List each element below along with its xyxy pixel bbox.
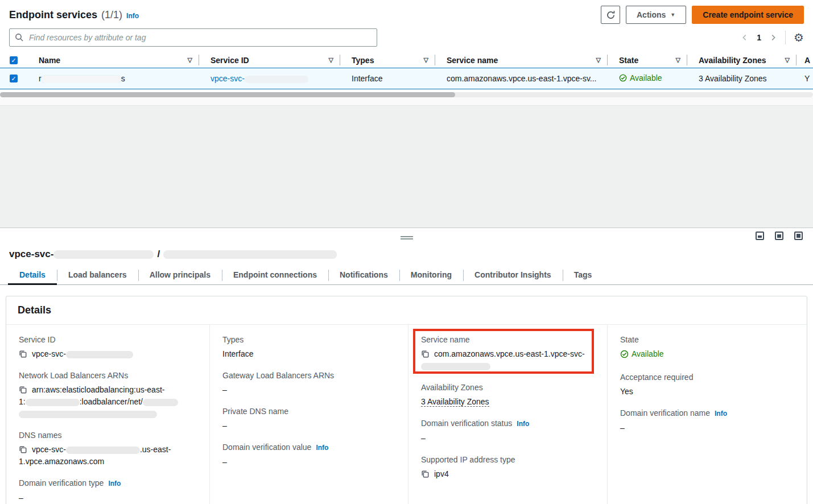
redacted <box>26 399 80 406</box>
tab-notifications[interactable]: Notifications <box>328 267 399 284</box>
next-page-button[interactable] <box>769 34 777 42</box>
check-circle-icon <box>620 350 629 358</box>
state-label: Available <box>632 348 664 360</box>
content-background <box>0 105 813 228</box>
redacted <box>66 351 133 358</box>
filter-icon[interactable]: ▽ <box>596 56 601 64</box>
field-value-text: 1: <box>19 397 26 406</box>
column-header-service-id[interactable]: Service ID ▽ <box>199 52 340 68</box>
cell-name: rs <box>27 74 199 83</box>
field-label: Domain verification valueInfo <box>222 441 395 453</box>
tab-contributor-insights[interactable]: Contributor Insights <box>463 267 563 284</box>
column-label: Availability Zones <box>699 56 766 65</box>
panel-position-large-icon[interactable] <box>794 232 803 240</box>
field-label: Types <box>222 334 395 345</box>
availability-zones-link[interactable]: 3 Availability Zones <box>699 74 767 83</box>
tab-bar: Details Load balancers Allow principals … <box>0 267 813 285</box>
copy-icon[interactable] <box>19 445 27 453</box>
column-label: Service ID <box>211 56 249 65</box>
details-column-2: Types Interface Gateway Load Balancers A… <box>209 325 408 504</box>
field-domain-verification-value: Domain verification valueInfo – <box>222 441 395 468</box>
search-box[interactable] <box>9 28 377 47</box>
tab-endpoint-connections[interactable]: Endpoint connections <box>222 267 328 284</box>
filter-icon[interactable]: ▽ <box>329 56 333 64</box>
service-id-link[interactable]: vpce-svc- <box>211 74 308 83</box>
endpoint-services-list-section: Endpoint services (1/1) Info Actions ▼ C… <box>0 0 813 105</box>
filter-icon[interactable]: ▽ <box>676 56 680 64</box>
refresh-button[interactable] <box>601 6 620 24</box>
previous-page-button[interactable] <box>741 34 749 42</box>
tab-tags[interactable]: Tags <box>563 267 604 284</box>
field-label: Acceptance required <box>620 371 794 383</box>
column-header-types[interactable]: Types ▽ <box>340 52 435 68</box>
filter-icon[interactable]: ▽ <box>424 56 428 64</box>
column-header-name[interactable]: Name ▽ <box>27 52 199 68</box>
panel-drag-handle[interactable] <box>401 236 413 239</box>
tab-monitoring[interactable]: Monitoring <box>399 267 463 284</box>
create-endpoint-service-button[interactable]: Create endpoint service <box>692 6 804 24</box>
field-label: Network Load Balancers ARNs <box>19 370 197 381</box>
filter-icon[interactable]: ▽ <box>785 56 790 64</box>
field-value-text: Yes <box>620 386 794 398</box>
tab-label: Monitoring <box>411 270 452 279</box>
field-types: Types Interface <box>222 334 395 360</box>
tab-label: Details <box>19 270 46 279</box>
tab-load-balancers[interactable]: Load balancers <box>57 267 138 284</box>
filter-icon[interactable]: ▽ <box>188 56 192 64</box>
field-nlb-arns: Network Load Balancers ARNs arn:aws:elas… <box>19 370 197 420</box>
availability-zones-link[interactable]: 3 Availability Zones <box>421 397 489 407</box>
panel-title: vpce-svc-/ <box>0 247 813 260</box>
status-badge: Available <box>620 348 664 360</box>
table-row[interactable]: ✓ rs vpce-svc- Interface com.amazonaws.v… <box>0 68 813 89</box>
copy-icon[interactable] <box>421 350 429 358</box>
cell-partial: Y <box>797 74 813 83</box>
actions-button[interactable]: Actions ▼ <box>626 6 686 24</box>
name-text: r <box>39 74 42 83</box>
horizontal-scrollbar[interactable] <box>0 92 813 97</box>
row-checkbox[interactable]: ✓ <box>10 75 18 82</box>
tab-allow-principals[interactable]: Allow principals <box>138 267 222 284</box>
field-dns-names: DNS names vpce-svc-.us-east- 1.vpce.amaz… <box>19 429 197 468</box>
info-link[interactable]: Info <box>517 420 529 428</box>
field-value-text: – <box>222 456 395 468</box>
tab-label: Allow principals <box>150 270 211 279</box>
redacted <box>163 250 337 259</box>
scrollbar-thumb[interactable] <box>0 92 455 97</box>
field-value-text: – <box>620 422 794 434</box>
name-text: s <box>121 74 125 83</box>
refresh-icon <box>606 10 616 20</box>
panel-position-controls <box>756 232 803 240</box>
split-panel: vpce-svc-/ Details Load balancers Allow … <box>0 228 813 504</box>
field-label: Domain verification typeInfo <box>19 477 197 489</box>
field-service-id: Service ID vpce-svc- <box>19 334 197 360</box>
check-circle-icon <box>619 74 627 82</box>
panel-position-medium-icon[interactable] <box>775 232 783 240</box>
tab-label: Contributor Insights <box>474 270 551 279</box>
column-header-availability-zones[interactable]: Availability Zones ▽ <box>687 52 797 68</box>
field-label: State <box>620 334 794 345</box>
select-all-checkbox[interactable]: ✓ <box>10 56 18 64</box>
header-checkbox-cell: ✓ <box>0 56 27 64</box>
info-link[interactable]: Info <box>316 444 328 452</box>
current-page[interactable]: 1 <box>757 33 761 42</box>
field-value-text: com.amazonaws.vpce.us-east-1.vpce-svc- <box>434 349 585 358</box>
cell-availability-zones: 3 Availability Zones <box>687 74 797 83</box>
settings-gear-icon[interactable]: ⚙ <box>794 32 804 43</box>
copy-icon[interactable] <box>421 470 429 478</box>
field-label: Supported IP address type <box>421 454 595 465</box>
details-column-3: Service name com.amazonaws.vpce.us-east-… <box>408 325 607 504</box>
field-value-text: 1.vpce.amazonaws.com <box>19 457 104 466</box>
column-label: Types <box>352 56 374 65</box>
info-link[interactable]: Info <box>126 12 139 20</box>
panel-position-small-icon[interactable] <box>756 232 764 240</box>
service-id-prefix: vpce-svc- <box>211 74 245 83</box>
field-value-text: ipv4 <box>434 469 449 478</box>
info-link[interactable]: Info <box>715 410 727 418</box>
copy-icon[interactable] <box>19 350 27 358</box>
search-input[interactable] <box>9 28 377 47</box>
column-header-state[interactable]: State ▽ <box>608 52 687 68</box>
tab-details[interactable]: Details <box>8 267 57 284</box>
info-link[interactable]: Info <box>108 480 121 488</box>
copy-icon[interactable] <box>19 386 27 394</box>
column-header-service-name[interactable]: Service name ▽ <box>435 52 608 68</box>
